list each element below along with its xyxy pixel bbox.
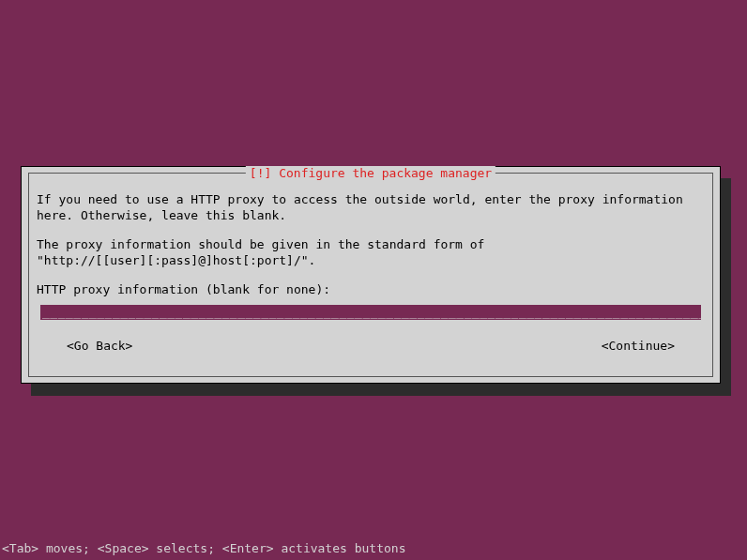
proxy-prompt-label: HTTP proxy information (blank for none):: [37, 282, 705, 298]
proxy-input[interactable]: ________________________________________…: [40, 305, 701, 320]
status-bar: <Tab> moves; <Space> selects; <Enter> ac…: [2, 541, 405, 557]
title-text: [!] Configure the package manager: [250, 166, 492, 180]
go-back-button[interactable]: <Go Back>: [67, 339, 132, 355]
dialog-box: [!] Configure the package manager If you…: [21, 166, 721, 384]
button-row: <Go Back> <Continue>: [37, 339, 705, 355]
dialog-content: If you need to use a HTTP proxy to acces…: [29, 174, 712, 362]
dialog-title: [!] Configure the package manager: [246, 166, 495, 182]
dialog-border: [!] Configure the package manager If you…: [28, 173, 713, 377]
continue-button[interactable]: <Continue>: [602, 339, 675, 355]
instruction-paragraph-2: The proxy information should be given in…: [37, 237, 705, 269]
instruction-paragraph-1: If you need to use a HTTP proxy to acces…: [37, 192, 705, 224]
